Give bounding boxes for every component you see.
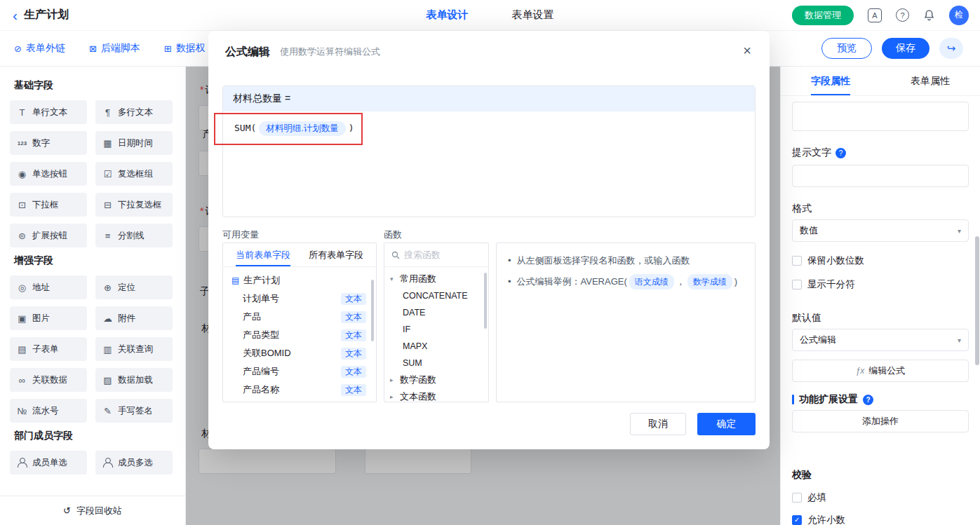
field-item-dropdown[interactable]: ⊡下拉框 xyxy=(10,193,87,217)
field-item-related-query[interactable]: ▥关联查询 xyxy=(95,337,173,361)
multi-line-text-icon: ¶ xyxy=(102,107,114,118)
link-icon: ⊘ xyxy=(14,43,22,54)
back-icon[interactable]: ‹ xyxy=(13,8,18,22)
close-icon[interactable]: × xyxy=(739,42,756,59)
function-item-sum[interactable]: SUM xyxy=(384,355,488,371)
tab-all-form-fields[interactable]: 所有表单字段 xyxy=(309,243,363,266)
functions-scrollbar[interactable] xyxy=(484,273,487,329)
field-item-data-load[interactable]: ▨数据加载 xyxy=(95,368,173,392)
top-bar: ‹ 生产计划 表单设计 表单设置 数据管理 A ? 检 xyxy=(0,0,980,31)
field-item-member-single[interactable]: 成员单选 xyxy=(10,451,87,475)
confirm-button[interactable]: 确定 xyxy=(697,413,756,435)
translate-icon[interactable]: A xyxy=(868,8,882,22)
field-item-checkbox-group[interactable]: ☑复选框组 xyxy=(95,162,173,186)
example-field-chip[interactable]: 语文成绩 xyxy=(629,274,674,289)
formula-input-area[interactable]: SUM(材料明细.计划数量) xyxy=(223,111,755,146)
tab-form-settings[interactable]: 表单设置 xyxy=(512,8,554,22)
divider-icon: ≡ xyxy=(102,231,114,241)
field-item-image[interactable]: ▣图片 xyxy=(10,306,87,330)
allow-decimal-checkbox[interactable]: 允许小数 xyxy=(792,514,969,525)
hint-help-icon[interactable]: ? xyxy=(835,148,846,158)
example-field-chip[interactable]: 数学成绩 xyxy=(687,274,732,289)
variable-row[interactable]: 产品文本 xyxy=(223,308,376,326)
variable-row[interactable]: 计划单号文本 xyxy=(223,289,376,308)
function-item-date[interactable]: DATE xyxy=(384,304,488,321)
tree-root-form[interactable]: ▤生产计划 xyxy=(223,271,376,289)
tab-form-properties[interactable]: 表单属性 xyxy=(880,67,980,95)
screen: *计 产 *计 子 材 材 ‹ 生产计划 表单设计 表单设置 数据管理 A ? … xyxy=(0,0,980,525)
field-item-signature[interactable]: ✎手写签名 xyxy=(95,399,173,423)
bell-icon[interactable] xyxy=(923,9,935,21)
form-external-link[interactable]: ⊘表单外链 xyxy=(14,42,65,55)
field-item-dropdown-multi[interactable]: ⊟下拉复选框 xyxy=(95,193,173,217)
group-math-functions[interactable]: ▸数学函数 xyxy=(384,371,488,388)
radio-icon: ◉ xyxy=(16,169,28,179)
group-common-functions[interactable]: ▾常用函数 xyxy=(384,271,488,287)
field-item-location[interactable]: ⊕定位 xyxy=(95,275,173,299)
field-recycle-bin[interactable]: ↺ 字段回收站 xyxy=(0,496,185,525)
edit-formula-button[interactable]: ƒx编辑公式 xyxy=(792,360,969,382)
variables-scrollbar[interactable] xyxy=(371,280,374,341)
variable-row[interactable]: 关联BOMID文本 xyxy=(223,344,376,362)
variable-row[interactable]: 产品名称文本 xyxy=(223,381,376,399)
type-badge: 文本 xyxy=(341,311,366,323)
top-bar-right: 数据管理 A ? 检 xyxy=(792,0,969,31)
page-title: 生产计划 xyxy=(24,8,69,22)
field-item-serial-number[interactable]: №流水号 xyxy=(10,399,87,423)
formula-close-paren: ) xyxy=(349,123,354,133)
field-item-member-multi[interactable]: 成员多选 xyxy=(95,451,173,475)
field-item-address[interactable]: ◎地址 xyxy=(10,275,87,299)
field-item-subform[interactable]: ▤子表单 xyxy=(10,337,87,361)
help-icon[interactable]: ? xyxy=(896,8,909,22)
backend-script-link[interactable]: ⊠后端脚本 xyxy=(89,42,140,55)
top-bar-left: ‹ 生产计划 xyxy=(0,8,69,22)
function-item-mapx[interactable]: MAPX xyxy=(384,338,488,355)
help-line-2: •公式编辑举例：AVERAGE(语文成绩，数学成绩) xyxy=(508,274,744,289)
keep-decimal-checkbox[interactable]: 保留小数位数 xyxy=(792,254,969,267)
type-badge: 文本 xyxy=(341,366,366,378)
function-item-concatenate[interactable]: CONCATENATE xyxy=(384,287,488,304)
signature-icon: ✎ xyxy=(102,406,114,416)
thousand-separator-checkbox[interactable]: 显示千分符 xyxy=(792,278,969,291)
variable-row[interactable]: 产品类型文本 xyxy=(223,326,376,344)
save-button[interactable]: 保存 xyxy=(882,38,929,59)
field-item-radio[interactable]: ◉单选按钮 xyxy=(10,162,87,186)
function-item-if[interactable]: IF xyxy=(384,321,488,338)
variable-row[interactable]: 产品编号文本 xyxy=(223,362,376,381)
default-value-select[interactable]: 公式编辑▾ xyxy=(792,329,969,351)
field-item-single-line-text[interactable]: T单行文本 xyxy=(10,100,87,124)
variables-tabs: 当前表单字段 所有表单字段 xyxy=(223,243,376,267)
field-item-number[interactable]: 123数字 xyxy=(10,131,87,155)
share-icon[interactable]: ↪ xyxy=(939,38,963,59)
basic-fields-grid: T单行文本 ¶多行文本 123数字 ▦日期时间 ◉单选按钮 ☑复选框组 ⊡下拉框… xyxy=(10,100,185,247)
data-load-icon: ▨ xyxy=(102,375,114,386)
extension-icon: ⊜ xyxy=(16,231,28,241)
data-permission-link[interactable]: ⊞数据权 xyxy=(164,42,206,55)
field-item-attachment[interactable]: ☁附件 xyxy=(95,306,173,330)
title-input[interactable] xyxy=(792,102,969,131)
search-input[interactable] xyxy=(404,250,481,260)
field-item-divider[interactable]: ≡分割线 xyxy=(95,224,173,247)
formula-field-token[interactable]: 材料明细.计划数量 xyxy=(259,121,345,136)
validation-label: 校验 xyxy=(792,469,969,482)
calendar-icon: ▦ xyxy=(102,138,114,149)
field-item-multi-line-text[interactable]: ¶多行文本 xyxy=(95,100,173,124)
tab-current-form-fields[interactable]: 当前表单字段 xyxy=(236,243,290,266)
tab-field-properties[interactable]: 字段属性 xyxy=(781,67,880,95)
hint-text-input[interactable] xyxy=(792,165,969,187)
window-scrollbar[interactable] xyxy=(975,236,979,365)
extension-help-icon[interactable]: ? xyxy=(863,395,873,405)
field-item-extension-button[interactable]: ⊜扩展按钮 xyxy=(10,224,87,247)
required-checkbox[interactable]: 必填 xyxy=(792,491,969,504)
format-select[interactable]: 数值▾ xyxy=(792,219,969,242)
preview-button[interactable]: 预览 xyxy=(821,38,872,59)
cancel-button[interactable]: 取消 xyxy=(630,413,686,435)
add-action-button[interactable]: 添加操作 xyxy=(792,410,969,432)
field-item-datetime[interactable]: ▦日期时间 xyxy=(95,131,173,155)
section-title-enhanced: 增强字段 xyxy=(14,254,185,267)
group-text-functions[interactable]: ▸文本函数 xyxy=(384,388,488,402)
avatar[interactable]: 检 xyxy=(949,6,969,25)
tab-form-design[interactable]: 表单设计 xyxy=(427,8,469,22)
field-item-related-data[interactable]: ∞关联数据 xyxy=(10,368,87,392)
data-manage-button[interactable]: 数据管理 xyxy=(792,6,854,25)
